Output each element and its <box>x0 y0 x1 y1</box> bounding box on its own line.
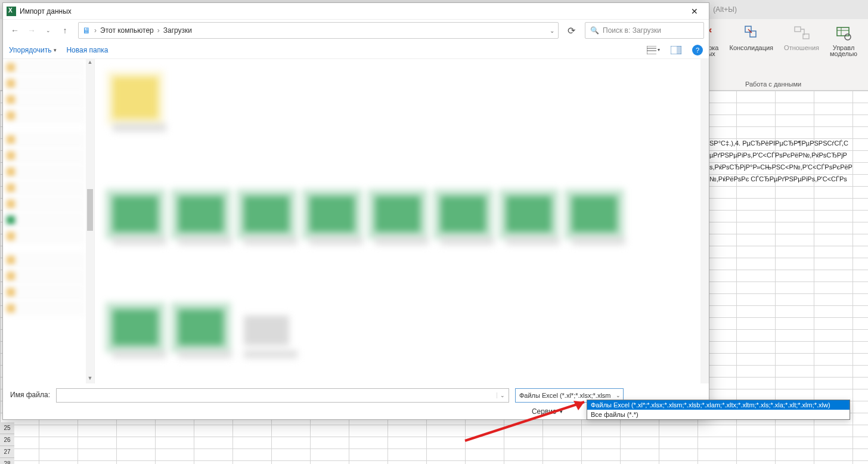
svg-rect-3 <box>795 27 801 32</box>
tell-me-hint: (Alt+Ы) <box>713 5 737 14</box>
files-scrollbar[interactable] <box>700 59 709 383</box>
nav-forward-button[interactable]: → <box>24 23 39 38</box>
svg-point-8 <box>845 34 851 40</box>
filetype-selected: Файлы Excel (*.xl*;*.xlsx;*.xlsm <box>519 392 611 399</box>
new-folder-button[interactable]: Новая папка <box>66 46 108 54</box>
cell-content: ѕ,РќРѕСЂРјР°Р»СЊРЅС<Р№,Р'С<СЃРѕРєРёР <box>709 163 868 171</box>
nav-recent-dropdown[interactable]: ⌄ <box>41 23 55 38</box>
search-placeholder: Поиск в: Загрузки <box>603 26 661 35</box>
sidebar-scrollbar[interactable]: ▲ ▼ <box>86 59 94 383</box>
ribbon-group-caption: Работа с данными <box>745 81 801 88</box>
excel-app-icon <box>7 7 16 16</box>
sidebar-item[interactable] <box>7 148 85 163</box>
sidebar-item[interactable] <box>7 284 85 300</box>
chevron-down-icon: ⌄ <box>616 392 621 398</box>
search-icon: 🔍 <box>590 26 599 35</box>
row-header[interactable]: 25 <box>0 422 14 434</box>
breadcrumb-root[interactable]: Этот компьютер <box>100 26 154 35</box>
row-header[interactable]: 26 <box>0 434 14 446</box>
sidebar-item[interactable] <box>7 301 85 316</box>
nav-row: ← → ⌄ ↑ 🖥 › Этот компьютер › Загрузки ⌄ … <box>3 20 709 41</box>
close-button[interactable]: ✕ <box>683 4 706 18</box>
sidebar-item[interactable] <box>7 92 85 107</box>
sidebar-item[interactable] <box>7 228 85 244</box>
tools-label: Сервис <box>532 407 556 416</box>
row-header[interactable]: 27 <box>0 446 14 458</box>
consolidation-button[interactable]: Консолидация <box>729 24 773 57</box>
cell-content: ЅР°С‡.),4. РµСЂРёРІРµСЂР¶РµРЅРЅСѓСЃ,С <box>709 140 868 147</box>
nav-back-button[interactable]: ← <box>8 23 22 38</box>
organize-menu[interactable]: Упорядочить ▾ <box>9 46 57 54</box>
address-dropdown-icon[interactable]: ⌄ <box>550 27 554 34</box>
file-list[interactable] <box>95 59 709 383</box>
help-button[interactable]: ? <box>692 45 703 55</box>
file-thumbnail[interactable] <box>506 196 560 245</box>
import-data-dialog: Импорт данных ✕ ← → ⌄ ↑ 🖥 › Этот компьют… <box>2 2 709 420</box>
scrollbar-thumb[interactable] <box>87 189 93 231</box>
toolbar: Упорядочить ▾ Новая папка ▾ ? <box>3 41 709 59</box>
cell-content: №,РќРёРѕРє СЃСЂРµРґРЅРµРіРѕ,Р'С<СЃРѕ <box>709 175 868 182</box>
breadcrumb-sep: › <box>94 26 97 35</box>
preview-pane-button[interactable] <box>669 44 683 57</box>
address-bar[interactable]: 🖥 › Этот компьютер › Загрузки ⌄ <box>78 22 559 39</box>
breadcrumb-sep: › <box>157 26 160 35</box>
new-folder-label: Новая папка <box>66 46 108 54</box>
file-thumbnail[interactable] <box>572 196 625 245</box>
view-mode-button[interactable]: ▾ <box>647 44 660 57</box>
pc-icon: 🖥 <box>82 26 91 35</box>
sidebar-item[interactable] <box>7 196 85 212</box>
file-thumbnail[interactable] <box>309 196 363 245</box>
filetype-option-all[interactable]: Все файлы (*.*) <box>587 410 850 419</box>
file-thumbnail[interactable] <box>178 196 232 245</box>
svg-rect-5 <box>837 27 849 36</box>
chevron-down-icon: ▾ <box>54 47 57 53</box>
dialog-body: ▲ ▼ <box>3 59 709 383</box>
nav-up-button[interactable]: ↑ <box>58 23 72 38</box>
sidebar-item[interactable] <box>7 108 85 123</box>
chevron-down-icon: ▾ <box>658 47 660 52</box>
file-thumbnail[interactable] <box>178 310 232 358</box>
tools-menu[interactable]: Сервис ▾ <box>532 407 563 416</box>
relations-button[interactable]: Отношения <box>784 24 819 57</box>
organize-label: Упорядочить <box>9 46 51 54</box>
filename-dropdown-icon[interactable]: ⌄ <box>497 392 509 398</box>
file-thumbnail[interactable] <box>113 196 166 245</box>
filetype-dropdown[interactable]: Файлы Excel (*.xl*;*.xlsx;*.xlsm;*.xlsb;… <box>587 400 850 420</box>
scroll-up-icon[interactable]: ▲ <box>86 59 94 67</box>
manage-model-sub: моделью <box>830 50 857 57</box>
filetype-option-excel[interactable]: Файлы Excel (*.xl*;*.xlsx;*.xlsm;*.xlsb;… <box>587 400 850 410</box>
file-thumbnail[interactable] <box>113 310 166 358</box>
sidebar-item[interactable] <box>7 268 85 284</box>
sidebar-item[interactable] <box>7 132 85 147</box>
ribbon-group-data-tools: Проверка данных Консолидация Отношения У… <box>683 19 863 90</box>
sidebar-item[interactable] <box>7 164 85 180</box>
sidebar-item[interactable] <box>7 180 85 196</box>
sidebar-item[interactable] <box>7 212 85 228</box>
sidebar-item[interactable] <box>7 76 85 91</box>
svg-rect-13 <box>677 46 681 54</box>
file-thumbnail[interactable] <box>244 315 297 358</box>
svg-rect-9 <box>647 46 656 54</box>
sidebar-item[interactable] <box>7 252 85 268</box>
nav-sidebar[interactable]: ▲ ▼ <box>3 59 95 383</box>
filename-input[interactable]: ⌄ <box>56 388 509 403</box>
file-thumbnail[interactable] <box>375 196 429 245</box>
dialog-titlebar: Импорт данных ✕ <box>3 3 709 20</box>
chevron-down-icon: ▾ <box>560 409 563 414</box>
file-thumbnail[interactable] <box>441 196 494 245</box>
scroll-down-icon[interactable]: ▼ <box>86 375 94 383</box>
filename-label: Имя файла: <box>10 388 50 399</box>
file-thumbnail[interactable] <box>244 196 297 245</box>
relations-label: Отношения <box>784 44 819 51</box>
cell-content: µРґРЅРµРіРѕ,Р'С<СЃРѕРєРёР№,РќРѕСЂРјР <box>709 151 868 159</box>
row-headers: 25 26 27 28 <box>0 422 14 464</box>
consolidation-label: Консолидация <box>729 44 773 51</box>
refresh-button[interactable]: ⟳ <box>565 24 578 37</box>
breadcrumb-folder[interactable]: Загрузки <box>163 26 192 35</box>
sidebar-item[interactable] <box>7 60 85 75</box>
manage-model-button[interactable]: Управл моделью <box>830 24 857 57</box>
dialog-title: Импорт данных <box>20 7 72 16</box>
search-input[interactable]: 🔍 Поиск в: Загрузки <box>585 22 704 39</box>
file-thumbnail[interactable] <box>113 77 166 132</box>
row-header[interactable]: 28 <box>0 458 14 464</box>
